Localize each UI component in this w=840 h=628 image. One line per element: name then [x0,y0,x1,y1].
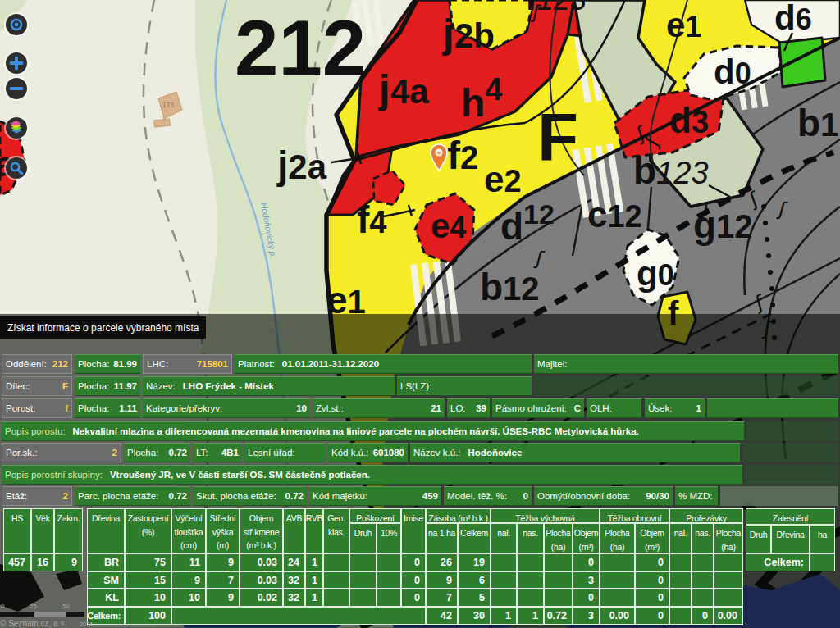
building-label: 178 [162,101,174,109]
main-value: 32 [283,589,305,607]
main-subheader: Plocha(ha) [544,523,573,553]
main-value [714,571,743,589]
map-label-st-j2a: j2a [276,143,327,187]
field-olh: OLH: [587,398,641,418]
field-plocha2: Plocha:11.97 [75,376,140,396]
attribution-year: 2024 [80,621,93,627]
field-modeltez: Model. těž. %:0 [444,486,532,506]
map-label-st-e1t: e1 [666,6,701,44]
map-label-sec-212: 212 [235,4,366,92]
map-attribution: 0 25 50 © Seznam.cz, a.s. 2024 [0,598,262,628]
main-value [669,571,692,589]
field-plocha1: Plocha:81.99 [75,354,140,374]
main-value [349,589,377,607]
main-group-Těžba výchovná: Těžba výchovná [491,508,600,523]
map-label-st-e4: e4 [431,207,466,245]
main-value: 0.03 [240,571,283,589]
main-subheader: Objem(m³) [635,523,669,553]
field-oddeleni: Oddělení:212 [2,354,72,374]
main-value [517,553,544,571]
main-value: 0 [635,589,669,607]
zalesneni-header: ha [810,525,835,553]
main-value [491,589,517,607]
main-value [692,571,714,589]
main-value: 32 [283,571,305,589]
zalesneni-total-label: Celkem: [746,553,810,571]
main-group-Těžba obnovní: Těžba obnovní [600,508,669,523]
field-platnost: Platnost:01.01.2011-31.12.2020 [235,354,532,374]
field-r4fill [746,421,838,441]
map-label-st-d0: d0 [714,52,751,91]
zoom-in-button[interactable] [6,52,27,74]
search-button[interactable] [6,157,27,179]
main-value [714,589,743,607]
main-subheader: Druh [349,523,377,553]
main-value: 0 [635,553,669,571]
mini-header-HS: HS [3,508,31,553]
map-label-st-f123: f123 [525,0,587,17]
field-lesniurad: Lesní úřad: [244,443,326,462]
field-r6fill [745,465,838,485]
total-value: 42 [426,607,458,625]
map-label-st-j4a: j4a [378,66,429,112]
main-value: 9 [206,553,240,571]
total-value [669,607,692,625]
main-header: RVB [305,508,323,553]
main-value [349,571,377,589]
main-subheader: na 1 ha [426,523,458,553]
map-label-st-e2: e2 [484,159,522,199]
main-value: 6 [458,571,491,589]
map-label-st-b1: b1 [797,102,838,144]
main-value: 19 [458,553,491,571]
field-r2fill [534,376,838,396]
map-label-st-g0: g0 [637,254,674,293]
zalesneni-total-value [810,553,835,571]
main-group-Zásoba (m³ b.k.): Zásoba (m³ b.k.) [426,508,491,523]
field-kategorie: Kategorie/překryv:10 [143,398,310,418]
map-label-st-b12: b12 [480,266,540,308]
mini-value: 457 [3,553,31,571]
main-value: 0 [401,589,426,607]
main-group-Prořezávky: Prořezávky [669,508,743,523]
main-value [669,589,692,607]
locate-icon [9,17,24,32]
scalebar-label-25: 25 [30,603,37,610]
main-value: BR [87,553,125,571]
main-value: 3 [573,571,600,589]
main-value [669,553,692,571]
main-value: 7 [426,589,458,607]
field-plocha3: Plocha:1.11 [75,398,140,418]
scalebar-segment-light [34,612,66,617]
map-label-st-d3: d3 [669,100,709,140]
field-r3fill [707,398,838,418]
main-value: 1 [305,571,323,589]
zoom-out-button[interactable] [6,78,27,99]
main-value [349,553,377,571]
app-root: ʃ ʃ ʃ ʃ ʃ ʃ ʃ ʃ 212j2bj4ah4Ff2e2j2aaf4e4… [0,0,840,628]
total-value: 0.72 [544,607,573,625]
main-value: 7 [206,571,240,589]
layers-button[interactable] [6,117,27,139]
field-skutpl: Skut. plocha etáže:0.72 [193,486,307,506]
map-label-st-d6: d6 [774,0,812,37]
main-value: 0 [573,589,600,607]
main-value: 11 [171,553,206,571]
field-r7fill [720,486,838,506]
total-value: 0.00 [600,607,635,625]
locate-button[interactable] [6,14,27,35]
main-value [692,589,714,607]
main-value: 24 [283,553,305,571]
field-porost: Porost:f [2,398,72,418]
main-value: 5 [458,589,491,607]
main-header: Gen.klas. [323,508,349,553]
field-dilec: Dílec:F [2,376,72,396]
copyright-text[interactable]: © Seznam.cz, a.s. [0,619,66,628]
main-value [544,589,573,607]
zalesneni-header: Druh [746,525,771,553]
main-header: Imise [401,508,426,553]
map-label-st-c12: c12 [587,194,642,234]
main-value [600,553,635,571]
field-parcpl: Parc. plocha etáže:0.72 [75,486,190,506]
main-header: Výčetnítloušťka(cm) [171,508,206,553]
field-r5fill [742,443,838,462]
